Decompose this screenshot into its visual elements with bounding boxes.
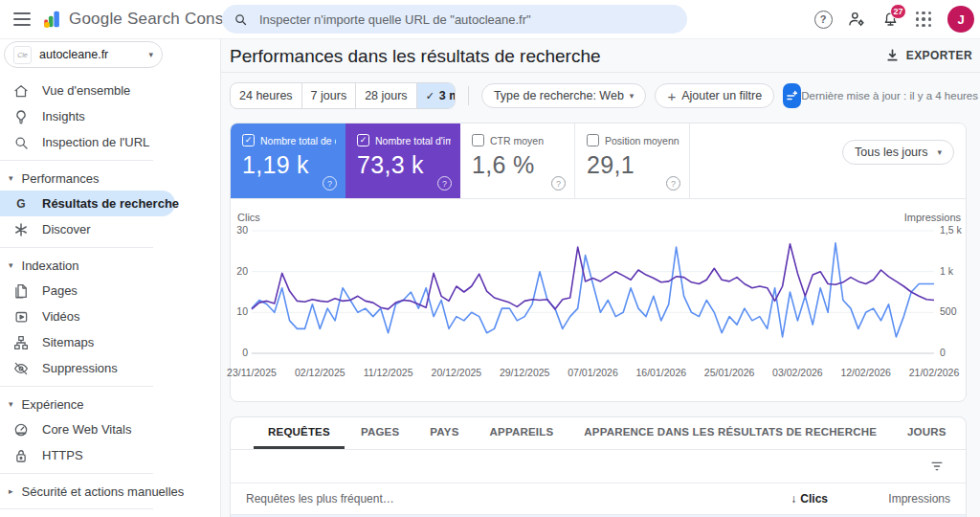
checkbox-unchecked-icon[interactable]	[472, 134, 484, 146]
home-icon	[12, 82, 30, 100]
tab-label: PAGES	[361, 426, 399, 438]
sidebar-section-security[interactable]: ▸ Sécurité et actions manuelles	[0, 479, 220, 504]
user-settings-button[interactable]	[847, 10, 866, 29]
x-axis-tick: 12/02/2026	[840, 367, 891, 378]
granularity-selector[interactable]: Tous les jours ▾	[842, 140, 954, 165]
left-axis-tick: 0	[233, 347, 248, 358]
sidebar-item-sitemaps[interactable]: Sitemaps	[0, 329, 220, 355]
sidebar-item-label: Core Web Vitals	[42, 422, 131, 437]
right-axis-tick: 1,5 k	[940, 224, 962, 236]
x-axis-tick: 20/12/2025	[432, 367, 482, 378]
help-button[interactable]: ?	[813, 10, 833, 29]
add-filter-button[interactable]: + Ajouter un filtre	[655, 83, 774, 108]
chevron-down-icon: ▾	[148, 50, 153, 59]
notification-count-badge: 27	[890, 4, 906, 19]
sidebar-item-label: Vue d'ensemble	[42, 83, 130, 98]
menu-icon[interactable]	[13, 12, 31, 26]
chevron-down-icon: ▾	[9, 399, 13, 409]
chart-plot-svg[interactable]	[252, 231, 934, 353]
help-icon[interactable]: ?	[666, 176, 680, 191]
sitemaps-icon	[12, 334, 30, 351]
google-search-console-app: Google Search Console ?	[0, 0, 980, 517]
page-title: Performances dans les résultats de reche…	[230, 46, 601, 67]
sidebar-section-experience[interactable]: ▾ Expérience	[0, 392, 220, 416]
property-selector[interactable]: Cle autocleane.fr ▾	[4, 41, 163, 68]
export-button[interactable]: EXPORTER	[885, 48, 972, 62]
title-row: Performances dans les résultats de reche…	[220, 38, 980, 73]
tab-countries[interactable]: PAYS	[415, 417, 473, 449]
sidebar-item-core-web-vitals[interactable]: Core Web Vitals	[0, 416, 220, 442]
https-lock-icon	[12, 447, 30, 464]
sidebar-item-pages[interactable]: Pages	[0, 278, 220, 303]
sidebar-item-discover[interactable]: Discover	[0, 216, 220, 242]
checkbox-checked-icon[interactable]: ✓	[357, 134, 369, 146]
chart-plot[interactable]	[252, 231, 934, 353]
tab-search-appearance[interactable]: APPARENCE DANS LES RÉSULTATS DE RECHERCH…	[569, 417, 891, 449]
dimension-tabs: REQUÊTES PAGES PAYS APPAREILS APPARENCE …	[231, 417, 966, 450]
sidebar-item-videos[interactable]: Vidéos	[0, 303, 220, 329]
notifications-button[interactable]: 27	[880, 10, 900, 29]
chevron-down-icon: ▾	[9, 260, 13, 270]
svg-text:G: G	[16, 196, 25, 210]
help-icon: ?	[814, 11, 833, 29]
sort-desc-icon: ↓	[791, 492, 796, 506]
range-3m-selected[interactable]: ✓ 3 mois	[417, 83, 457, 108]
chevron-down-icon: ▾	[9, 173, 13, 183]
url-inspection-searchbar[interactable]	[222, 5, 687, 34]
range-label: 28 jours	[365, 89, 407, 102]
help-icon[interactable]: ?	[323, 176, 337, 191]
export-label: EXPORTER	[906, 49, 972, 62]
range-24h[interactable]: 24 heures	[231, 83, 302, 108]
sidebar-item-label: Résultats de recherche	[42, 196, 179, 211]
sidebar-section-indexation[interactable]: ▾ Indexation	[0, 253, 220, 278]
plus-icon: +	[667, 88, 676, 104]
avatar[interactable]: J	[947, 6, 974, 33]
checkbox-checked-icon[interactable]: ✓	[242, 134, 255, 146]
sidebar-item-overview[interactable]: Vue d'ensemble	[0, 78, 220, 103]
sidebar-item-search-results[interactable]: G Résultats de recherche	[0, 191, 175, 216]
tab-devices[interactable]: APPAREILS	[476, 417, 568, 449]
check-icon: ✓	[426, 90, 434, 102]
tab-pages[interactable]: PAGES	[346, 417, 413, 449]
range-28d[interactable]: 28 jours	[356, 83, 416, 108]
search-icon	[234, 12, 248, 27]
divider	[0, 508, 153, 509]
tab-queries[interactable]: REQUÊTES	[254, 417, 345, 449]
column-header-impressions[interactable]: Impressions	[828, 492, 966, 506]
sidebar-section-performances[interactable]: ▾ Performances	[0, 166, 220, 191]
granularity-label: Tous les jours	[855, 146, 927, 159]
metric-total-clicks[interactable]: ✓ Nombre total de c… 1,19 k ?	[231, 124, 345, 198]
search-results-icon: G	[12, 195, 30, 213]
google-apps-button[interactable]	[914, 10, 933, 29]
insights-icon	[12, 108, 30, 125]
metric-value: 1,6 %	[472, 151, 565, 179]
range-7d[interactable]: 7 jours	[302, 83, 357, 108]
performance-chart-card: ✓ Nombre total de c… 1,19 k ? ✓ Nombre t…	[230, 123, 967, 402]
filter-presets-button[interactable]	[783, 83, 801, 108]
checkbox-unchecked-icon[interactable]	[587, 134, 599, 146]
search-input[interactable]	[257, 11, 676, 28]
search-type-filter[interactable]: Type de recherche: Web ▾	[481, 83, 647, 108]
header-actions: ? 27 J	[813, 0, 974, 38]
table-header-row: Requêtes les plus fréquent… ↓ Clics Impr…	[231, 483, 966, 514]
help-icon[interactable]: ?	[437, 176, 452, 191]
sidebar-item-removals[interactable]: Suppressions	[0, 355, 220, 381]
sidebar-item-https[interactable]: HTTPS	[0, 442, 220, 468]
sidebar-item-label: Insights	[42, 109, 85, 124]
range-label: 7 jours	[311, 89, 347, 102]
last-update-text: Dernière mise à jour : il y a 4 heures	[801, 90, 978, 101]
metric-average-ctr[interactable]: CTR moyen 1,6 % ?	[460, 124, 575, 198]
app-header: Google Search Console ?	[0, 0, 980, 39]
metric-average-position[interactable]: Position moyenne 29,1 ?	[575, 124, 690, 198]
tab-dates[interactable]: JOURS	[893, 417, 961, 449]
metric-total-impressions[interactable]: ✓ Nombre total d'im… 73,3 k ?	[345, 124, 460, 198]
section-label: Expérience	[22, 397, 84, 412]
chevron-down-icon: ▾	[630, 91, 635, 101]
filter-list-icon[interactable]	[929, 459, 945, 474]
sidebar-item-url-inspection[interactable]: Inspection de l'URL	[0, 129, 220, 155]
x-axis-tick: 21/02/2026	[909, 367, 960, 378]
tab-label: PAYS	[430, 426, 458, 438]
sidebar-item-insights[interactable]: Insights	[0, 103, 220, 129]
help-icon[interactable]: ?	[551, 176, 566, 191]
column-header-clicks-sorted[interactable]: ↓ Clics	[723, 492, 828, 506]
